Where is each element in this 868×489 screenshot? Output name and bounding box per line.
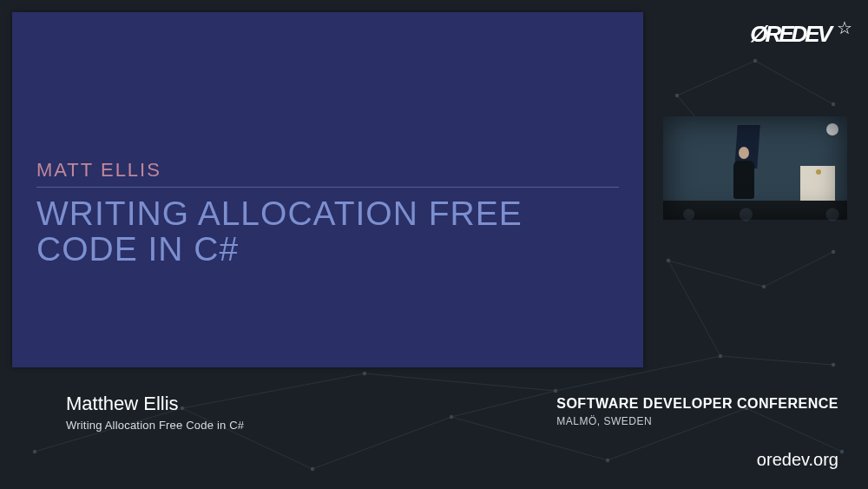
svg-point-30 <box>832 102 835 106</box>
logo-text: ØREDEV <box>750 21 830 47</box>
svg-point-21 <box>450 415 453 419</box>
svg-line-17 <box>720 356 833 365</box>
svg-line-2 <box>312 417 451 469</box>
svg-point-33 <box>667 259 670 262</box>
star-icon: ☆ <box>837 17 852 38</box>
slide-speaker-name: MATT ELLIS <box>36 159 619 188</box>
svg-point-22 <box>606 459 609 462</box>
speaker-camera-thumbnail <box>663 116 847 220</box>
camera-vignette <box>663 116 847 220</box>
svg-line-13 <box>668 261 764 287</box>
video-frame: MATT ELLIS WRITING ALLOCATION FREE CODE … <box>0 0 868 489</box>
svg-point-18 <box>33 450 36 453</box>
slide-content: MATT ELLIS WRITING ALLOCATION FREE CODE … <box>36 159 619 268</box>
svg-point-28 <box>675 94 679 97</box>
svg-point-24 <box>840 450 844 453</box>
svg-line-15 <box>668 261 720 356</box>
brand-logo: ØREDEV <box>750 21 830 48</box>
svg-line-7 <box>365 373 556 391</box>
svg-point-34 <box>762 285 766 288</box>
svg-point-26 <box>554 389 557 393</box>
svg-point-35 <box>832 250 835 254</box>
presenter-subtitle: Writing Allocation Free Code in C# <box>66 419 244 432</box>
conference-location: MALMÖ, SWEDEN <box>556 415 838 427</box>
svg-point-27 <box>719 354 722 358</box>
svg-point-36 <box>832 363 835 367</box>
slide-title: WRITING ALLOCATION FREE CODE IN C# <box>36 196 619 268</box>
svg-line-9 <box>677 61 755 96</box>
svg-point-29 <box>753 59 757 63</box>
presentation-slide: MATT ELLIS WRITING ALLOCATION FREE CODE … <box>12 12 643 367</box>
svg-line-10 <box>755 61 833 104</box>
svg-point-20 <box>311 467 314 471</box>
presenter-name: Matthew Ellis <box>66 393 244 415</box>
svg-line-16 <box>451 391 556 417</box>
lower-third-right: SOFTWARE DEVELOPER CONFERENCE MALMÖ, SWE… <box>556 396 838 427</box>
lower-third-left: Matthew Ellis Writing Allocation Free Co… <box>66 393 244 432</box>
website-url: oredev.org <box>757 450 838 470</box>
svg-point-25 <box>363 372 366 375</box>
conference-name: SOFTWARE DEVELOPER CONFERENCE <box>556 396 838 412</box>
svg-line-14 <box>764 252 833 287</box>
